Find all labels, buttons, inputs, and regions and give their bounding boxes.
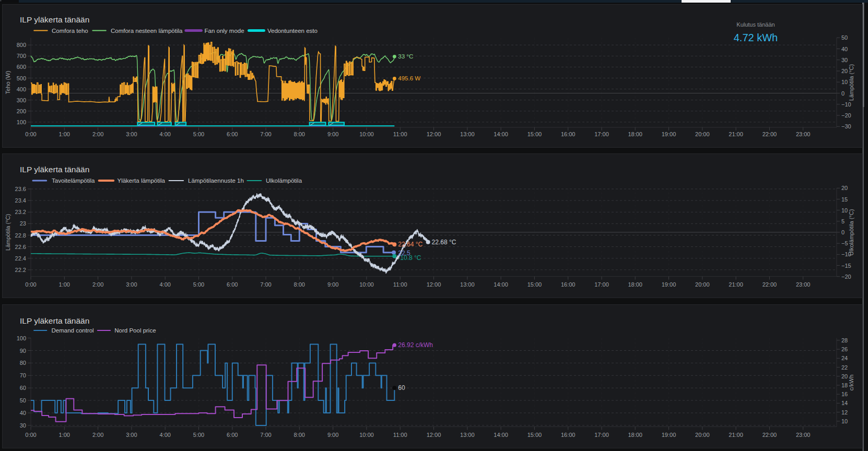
svg-text:4:00: 4:00 xyxy=(159,432,170,438)
svg-text:6:00: 6:00 xyxy=(227,131,238,137)
svg-text:20: 20 xyxy=(841,68,848,74)
svg-text:50: 50 xyxy=(20,397,26,403)
svg-text:−20: −20 xyxy=(841,112,851,118)
svg-text:3:00: 3:00 xyxy=(126,131,137,137)
svg-text:11:00: 11:00 xyxy=(393,131,407,137)
svg-text:14:00: 14:00 xyxy=(494,432,508,438)
svg-text:11:00: 11:00 xyxy=(393,281,407,288)
svg-text:Ulkolämpötila (°C): Ulkolämpötila (°C) xyxy=(848,209,854,256)
svg-text:22:00: 22:00 xyxy=(763,432,777,438)
svg-text:5: 5 xyxy=(841,218,844,224)
svg-text:Yläkerta lämpötila: Yläkerta lämpötila xyxy=(118,177,166,184)
svg-text:0:00: 0:00 xyxy=(25,281,36,288)
svg-text:0:00: 0:00 xyxy=(25,131,36,137)
svg-text:Lämpötila (°C): Lämpötila (°C) xyxy=(5,214,11,251)
svg-text:Fan only mode: Fan only mode xyxy=(205,28,244,34)
svg-text:80: 80 xyxy=(20,360,26,366)
svg-text:2:00: 2:00 xyxy=(92,281,103,288)
svg-text:200: 200 xyxy=(17,108,26,114)
svg-text:22:00: 22:00 xyxy=(763,131,777,137)
svg-text:13:00: 13:00 xyxy=(460,432,475,438)
svg-text:12:00: 12:00 xyxy=(427,281,441,288)
svg-text:40: 40 xyxy=(841,46,848,52)
svg-text:Comfora nesteen lämpötila: Comfora nesteen lämpötila xyxy=(111,28,183,34)
svg-text:4.72 kWh: 4.72 kWh xyxy=(734,32,778,43)
svg-text:1:00: 1:00 xyxy=(59,432,70,438)
svg-text:8:00: 8:00 xyxy=(294,281,305,288)
svg-text:20:00: 20:00 xyxy=(695,131,710,137)
svg-text:5:00: 5:00 xyxy=(193,432,204,438)
svg-text:50: 50 xyxy=(841,34,848,41)
svg-text:700: 700 xyxy=(17,53,26,59)
svg-text:18: 18 xyxy=(841,382,848,388)
svg-text:15: 15 xyxy=(841,196,848,203)
svg-text:17:00: 17:00 xyxy=(594,432,609,438)
svg-text:3:00: 3:00 xyxy=(126,432,137,438)
svg-text:Kulutus tänään: Kulutus tänään xyxy=(736,21,775,28)
svg-text:20: 20 xyxy=(841,373,848,379)
svg-text:10:00: 10:00 xyxy=(359,432,374,438)
svg-text:10: 10 xyxy=(841,207,848,213)
svg-text:19:00: 19:00 xyxy=(662,131,676,137)
svg-text:8:00: 8:00 xyxy=(294,432,305,438)
svg-text:3:00: 3:00 xyxy=(126,281,137,288)
svg-text:18:00: 18:00 xyxy=(628,432,642,438)
svg-text:18:00: 18:00 xyxy=(628,281,642,288)
svg-text:5:00: 5:00 xyxy=(193,131,204,137)
svg-text:30: 30 xyxy=(20,422,26,429)
svg-text:12: 12 xyxy=(841,409,848,416)
svg-text:100: 100 xyxy=(17,335,26,341)
svg-text:15:00: 15:00 xyxy=(527,432,542,438)
svg-text:20: 20 xyxy=(841,185,848,191)
svg-text:19:00: 19:00 xyxy=(662,281,676,288)
svg-text:23: 23 xyxy=(20,220,26,227)
svg-text:0: 0 xyxy=(841,229,844,235)
svg-text:22:00: 22:00 xyxy=(763,281,777,288)
svg-text:6:00: 6:00 xyxy=(227,432,238,438)
svg-text:7:00: 7:00 xyxy=(260,432,271,438)
svg-text:12:00: 12:00 xyxy=(427,131,441,137)
svg-text:20:00: 20:00 xyxy=(695,281,710,288)
svg-text:28: 28 xyxy=(841,337,848,343)
svg-text:16:00: 16:00 xyxy=(561,432,576,438)
svg-text:10: 10 xyxy=(841,418,848,424)
svg-text:15:00: 15:00 xyxy=(527,281,542,288)
svg-text:13:00: 13:00 xyxy=(460,131,475,137)
svg-text:c/kWh: c/kWh xyxy=(848,375,854,391)
svg-text:17:00: 17:00 xyxy=(594,131,609,137)
svg-text:7:00: 7:00 xyxy=(260,131,271,137)
svg-text:4:00: 4:00 xyxy=(159,281,170,288)
svg-text:21:00: 21:00 xyxy=(729,281,743,288)
svg-text:60: 60 xyxy=(398,384,405,391)
svg-text:13:00: 13:00 xyxy=(460,281,475,288)
svg-text:9:00: 9:00 xyxy=(327,281,338,288)
svg-text:Nord Pool price: Nord Pool price xyxy=(114,327,156,334)
svg-text:ILP yläkerta tänään: ILP yläkerta tänään xyxy=(20,15,89,24)
svg-text:10:00: 10:00 xyxy=(359,281,374,288)
svg-text:90: 90 xyxy=(20,348,26,354)
svg-text:Teho (W): Teho (W) xyxy=(5,71,11,94)
svg-text:23:00: 23:00 xyxy=(796,432,811,438)
svg-text:17:00: 17:00 xyxy=(594,281,609,288)
svg-text:14:00: 14:00 xyxy=(494,131,508,137)
svg-text:26.92 c/kWh: 26.92 c/kWh xyxy=(398,341,433,349)
svg-text:16:00: 16:00 xyxy=(561,281,576,288)
svg-text:−30: −30 xyxy=(841,123,851,129)
svg-text:9:00: 9:00 xyxy=(327,131,338,137)
svg-text:600: 600 xyxy=(17,64,26,70)
svg-text:800: 800 xyxy=(17,42,26,48)
svg-text:14: 14 xyxy=(841,400,848,406)
svg-text:Lämpötilaennuste 1h: Lämpötilaennuste 1h xyxy=(188,177,244,184)
svg-text:18:00: 18:00 xyxy=(628,131,642,137)
svg-text:23.6: 23.6 xyxy=(15,186,26,192)
svg-text:−20: −20 xyxy=(841,274,851,280)
svg-text:2:00: 2:00 xyxy=(92,131,103,137)
svg-text:21:00: 21:00 xyxy=(729,131,743,137)
svg-text:Demand control: Demand control xyxy=(52,327,94,334)
svg-text:400: 400 xyxy=(17,86,26,92)
svg-text:1:00: 1:00 xyxy=(59,281,70,288)
svg-text:1:00: 1:00 xyxy=(59,131,70,137)
svg-text:26: 26 xyxy=(841,346,848,352)
svg-text:22.8: 22.8 xyxy=(15,232,26,239)
svg-text:4:00: 4:00 xyxy=(159,131,170,137)
